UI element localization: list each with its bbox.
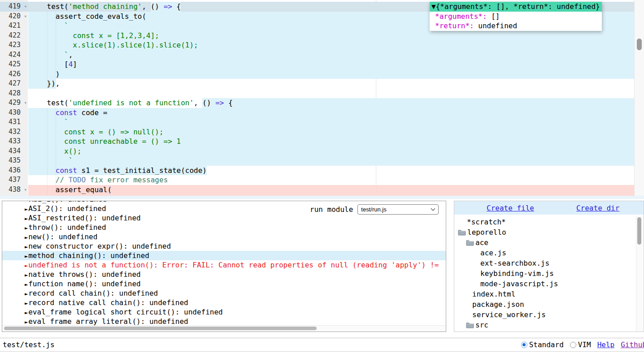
file-tree-scrollbar-thumb[interactable] bbox=[637, 217, 641, 245]
file-tree-file[interactable]: *scratch* bbox=[454, 217, 644, 227]
code-line[interactable]: calltree_to_string(s1), bbox=[30, 194, 164, 196]
code-line[interactable]: ` bbox=[30, 156, 73, 166]
value-inspector-row[interactable]: *arguments*: [] bbox=[430, 12, 602, 22]
expand-arrow-icon[interactable]: ► bbox=[25, 244, 28, 250]
gutter-line-number[interactable]: 420▾ bbox=[0, 12, 28, 22]
code-line[interactable]: // TODO fix error messages bbox=[30, 175, 168, 185]
gutter-line-number[interactable]: 423 bbox=[0, 40, 28, 50]
code-line[interactable]: ` bbox=[30, 117, 69, 127]
code-line[interactable]: const x = [1,2,3,4]; bbox=[30, 31, 159, 41]
gutter-line-number[interactable]: 432 bbox=[0, 127, 28, 137]
expand-arrow-icon[interactable]: ► bbox=[25, 263, 28, 269]
gutter-line-number[interactable]: 419▾ bbox=[0, 2, 28, 12]
file-tree-file[interactable]: keybinding-vim.js bbox=[454, 268, 644, 279]
gutter-line-number[interactable]: 421 bbox=[0, 21, 28, 31]
file-tree-dir[interactable]: src bbox=[454, 320, 644, 330]
expand-arrow-icon[interactable]: ► bbox=[25, 319, 28, 325]
code-line[interactable]: test('undefined is not a function', () =… bbox=[30, 98, 233, 108]
gutter-line-number[interactable]: 429▾ bbox=[0, 98, 28, 108]
gutter-line-number[interactable]: 435 bbox=[0, 156, 28, 166]
code-line[interactable]: assert_code_evals_to( bbox=[30, 12, 146, 22]
expand-arrow-icon[interactable]: ► bbox=[25, 281, 28, 288]
help-link[interactable]: Help bbox=[597, 340, 615, 349]
gutter-line-number[interactable]: 426 bbox=[0, 69, 28, 79]
code-line[interactable]: const s1 = test_initial_state(code) bbox=[30, 166, 207, 176]
code-line[interactable]: ` bbox=[30, 21, 69, 31]
editor-scrollbar-thumb[interactable] bbox=[637, 39, 642, 50]
gutter-line-number[interactable]: 433 bbox=[0, 137, 28, 146]
code-line[interactable]: [4] bbox=[30, 60, 77, 69]
gutter-line-number[interactable]: 439 bbox=[0, 194, 28, 196]
code-line[interactable]: x(); bbox=[30, 146, 82, 156]
gutter-line-number[interactable]: 430 bbox=[0, 108, 28, 118]
results-horizontal-scrollbar[interactable] bbox=[2, 325, 446, 331]
fold-arrow-icon[interactable]: ▾ bbox=[24, 98, 27, 108]
code-line[interactable]: test('method chaining', () => { bbox=[30, 2, 181, 12]
code-line[interactable]: const x = () => null(); bbox=[30, 127, 164, 137]
expand-arrow-icon[interactable]: ► bbox=[25, 234, 28, 241]
expand-arrow-icon[interactable]: ► bbox=[25, 215, 28, 222]
expand-arrow-icon[interactable]: ► bbox=[25, 300, 28, 306]
test-result-item[interactable]: ►ASI_restrited(): undefined bbox=[2, 213, 446, 223]
run-module-select[interactable]: test/run.js bbox=[357, 204, 439, 215]
gutter-line-number[interactable]: 427 bbox=[0, 79, 28, 89]
gutter-line-number[interactable]: 438▾ bbox=[0, 185, 28, 195]
code-line[interactable]: x.slice(1).slice(1).slice(1); bbox=[30, 40, 198, 50]
expand-arrow-icon[interactable]: ► bbox=[25, 225, 28, 231]
value-inspector-row[interactable]: *return*: undefined bbox=[430, 21, 602, 31]
gutter-line-number[interactable]: 422 bbox=[0, 31, 28, 41]
github-link[interactable]: Github bbox=[621, 340, 644, 349]
file-tree-file[interactable]: service_worker.js bbox=[454, 310, 644, 320]
file-tree-dir[interactable]: ace bbox=[454, 237, 644, 248]
test-result-item[interactable]: ►record call chain(): undefined bbox=[2, 288, 446, 298]
radio-unselected-icon[interactable] bbox=[570, 342, 576, 348]
test-result-item[interactable]: ►undefined is not a function(): Error: F… bbox=[2, 260, 446, 270]
gutter-line-number[interactable]: 424 bbox=[0, 50, 28, 60]
create-file-link[interactable]: Create file bbox=[487, 204, 534, 212]
keybinding-vim-option[interactable]: VIM bbox=[570, 340, 591, 349]
file-tree-file[interactable]: ast_utils.js bbox=[454, 330, 644, 331]
test-result-item[interactable]: ►method chaining(): undefined bbox=[2, 251, 446, 260]
test-result-item[interactable]: ►new(): undefined bbox=[2, 232, 446, 241]
fold-arrow-icon[interactable]: ▾ bbox=[24, 185, 27, 195]
code-editor[interactable]: 419▾420▾421422423424425426427428429▾4304… bbox=[0, 0, 644, 196]
expand-arrow-icon[interactable]: ► bbox=[25, 291, 28, 297]
test-result-item[interactable]: ►throw(): undefined bbox=[2, 223, 446, 232]
test-result-item[interactable]: ►eval_frame logical short circuit(): und… bbox=[2, 307, 446, 317]
code-line[interactable]: `, bbox=[30, 50, 73, 60]
file-tree-dir[interactable]: leporello bbox=[454, 227, 644, 237]
expand-arrow-icon[interactable]: ► bbox=[25, 206, 28, 212]
gutter-line-number[interactable]: 425 bbox=[0, 60, 28, 69]
file-tree-scrollbar[interactable] bbox=[636, 215, 643, 331]
gutter-line-number[interactable]: 431 bbox=[0, 117, 28, 127]
file-tree-file[interactable]: mode-javascript.js bbox=[454, 279, 644, 289]
editor-scrollbar[interactable] bbox=[634, 0, 644, 196]
gutter-line-number[interactable]: 428 bbox=[0, 89, 28, 99]
expand-arrow-icon[interactable]: ► bbox=[25, 272, 28, 278]
code-line[interactable]: ) bbox=[30, 69, 60, 79]
keybinding-standard-option[interactable]: Standard bbox=[521, 340, 564, 349]
file-tree-file[interactable]: ace.js bbox=[454, 248, 644, 258]
file-tree-file[interactable]: index.html bbox=[454, 289, 644, 299]
results-scrollbar-thumb[interactable] bbox=[4, 327, 317, 330]
fold-arrow-icon[interactable]: ▾ bbox=[24, 2, 27, 12]
test-result-item[interactable]: ►record native call chain(): undefined bbox=[2, 298, 446, 307]
code-line[interactable]: const unreachable = () => 1 bbox=[30, 137, 181, 146]
code-line[interactable]: }), bbox=[30, 79, 60, 89]
test-result-item[interactable]: ►eval_frame array_literal(): undefined bbox=[2, 317, 446, 326]
fold-arrow-icon[interactable]: ▾ bbox=[24, 12, 27, 22]
file-tree-file[interactable]: ext-searchbox.js bbox=[454, 258, 644, 268]
gutter-line-number[interactable]: 437 bbox=[0, 175, 28, 185]
editor-gutter[interactable]: 419▾420▾421422423424425426427428429▾4304… bbox=[0, 0, 28, 196]
code-line[interactable]: const code = bbox=[30, 108, 107, 118]
radio-selected-icon[interactable] bbox=[521, 342, 527, 348]
gutter-line-number[interactable]: 434 bbox=[0, 146, 28, 156]
test-result-item[interactable]: ►native throws(): undefined bbox=[2, 270, 446, 279]
code-line[interactable]: assert_equal( bbox=[30, 185, 112, 195]
test-result-item[interactable]: ►new constructor expr(): undefined bbox=[2, 241, 446, 251]
expand-arrow-icon[interactable]: ► bbox=[25, 253, 28, 259]
file-tree-file[interactable]: package.json bbox=[454, 299, 644, 310]
gutter-line-number[interactable]: 436 bbox=[0, 166, 28, 176]
create-dir-link[interactable]: Create dir bbox=[576, 204, 619, 212]
test-result-item[interactable]: ►function name(): undefined bbox=[2, 279, 446, 288]
